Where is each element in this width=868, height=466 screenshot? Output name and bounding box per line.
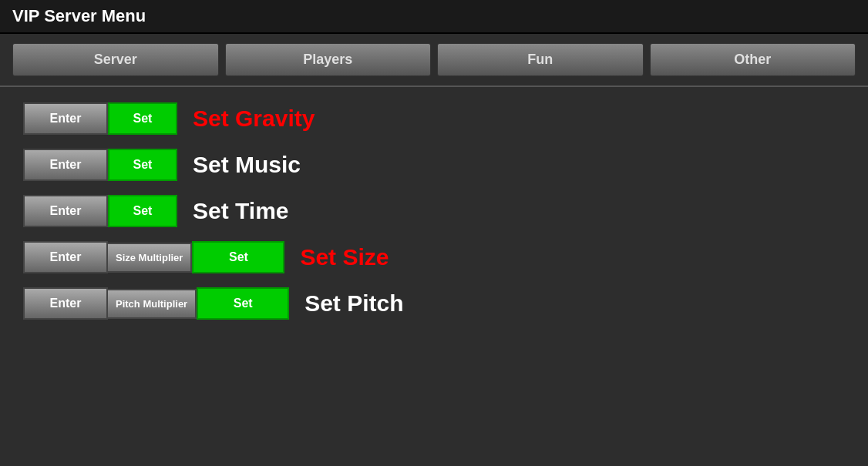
tab-other[interactable]: Other (650, 43, 856, 76)
tab-players[interactable]: Players (225, 43, 432, 76)
content-area: EnterSetSet GravityEnterSetSet MusicEnte… (0, 87, 868, 335)
row-label-gravity: Set Gravity (193, 106, 315, 132)
page-title: VIP Server Menu (12, 6, 146, 25)
enter-button-music[interactable]: Enter (23, 149, 108, 181)
row-pitch: EnterPitch MultiplierSetSet Pitch (23, 287, 845, 320)
row-label-size: Set Size (300, 244, 389, 270)
row-music: EnterSetSet Music (23, 149, 845, 181)
set-button-music[interactable]: Set (108, 149, 177, 181)
enter-button-gravity[interactable]: Enter (23, 102, 108, 135)
set-button-pitch[interactable]: Set (197, 287, 289, 320)
title-bar: VIP Server Menu (0, 0, 868, 34)
tab-fun[interactable]: Fun (437, 43, 644, 76)
row-label-time: Set Time (193, 198, 289, 224)
enter-button-time[interactable]: Enter (23, 195, 108, 227)
tab-server[interactable]: Server (12, 43, 219, 76)
multiplier-label-size: Size Multiplier (108, 243, 192, 273)
set-button-size[interactable]: Set (192, 241, 284, 273)
row-gravity: EnterSetSet Gravity (23, 102, 845, 135)
tab-bar: ServerPlayersFunOther (0, 34, 868, 87)
row-label-pitch: Set Pitch (304, 290, 403, 317)
set-button-gravity[interactable]: Set (108, 102, 177, 135)
enter-button-pitch[interactable]: Enter (23, 287, 108, 320)
set-button-time[interactable]: Set (108, 195, 177, 227)
row-size: EnterSize MultiplierSetSet Size (23, 241, 845, 273)
enter-button-size[interactable]: Enter (23, 241, 108, 273)
row-label-music: Set Music (193, 152, 301, 178)
row-time: EnterSetSet Time (23, 195, 845, 227)
multiplier-label-pitch: Pitch Multiplier (108, 289, 197, 319)
